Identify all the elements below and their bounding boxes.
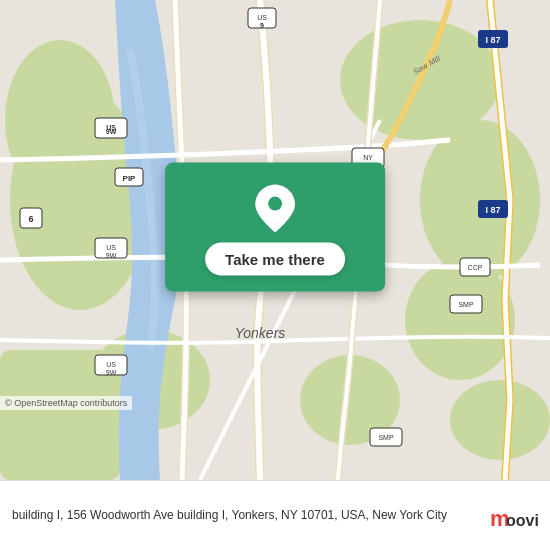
svg-text:NY: NY [363, 154, 373, 161]
svg-text:US: US [257, 14, 267, 21]
svg-point-5 [405, 260, 515, 380]
svg-text:US: US [106, 244, 116, 251]
svg-text:Yonkers: Yonkers [235, 325, 286, 341]
svg-text:PIP: PIP [123, 174, 137, 183]
moovit-logo-svg: m oovit [488, 498, 538, 533]
svg-text:US: US [106, 361, 116, 368]
svg-text:9W: 9W [106, 252, 117, 259]
svg-text:SMP: SMP [378, 434, 394, 441]
moovit-logo: m oovit [488, 498, 538, 533]
svg-text:9W: 9W [106, 128, 117, 135]
take-me-there-button[interactable]: Take me there [205, 243, 345, 276]
destination-card: Take me there [165, 163, 385, 292]
svg-text:SMP: SMP [458, 301, 474, 308]
svg-text:6: 6 [28, 214, 33, 224]
navigation-overlay: Take me there [165, 163, 385, 292]
svg-point-9 [450, 380, 550, 460]
svg-text:9W: 9W [106, 369, 117, 376]
svg-text:I 87: I 87 [485, 205, 500, 215]
svg-text:CCP: CCP [468, 264, 483, 271]
svg-text:oovit: oovit [506, 512, 538, 529]
svg-point-44 [268, 197, 282, 211]
info-bar: building I, 156 Woodworth Ave building I… [0, 480, 550, 550]
svg-text:9: 9 [260, 22, 264, 29]
address-text: building I, 156 Woodworth Ave building I… [12, 507, 478, 524]
copyright-text: © OpenStreetMap contributors [5, 398, 127, 408]
svg-point-4 [420, 120, 540, 280]
svg-text:I 87: I 87 [485, 35, 500, 45]
location-pin-icon [253, 183, 297, 235]
map-container: I 87 I 87 US 9W US 9W US 9W US 9 [0, 0, 550, 480]
copyright-bar: © OpenStreetMap contributors [0, 396, 132, 410]
